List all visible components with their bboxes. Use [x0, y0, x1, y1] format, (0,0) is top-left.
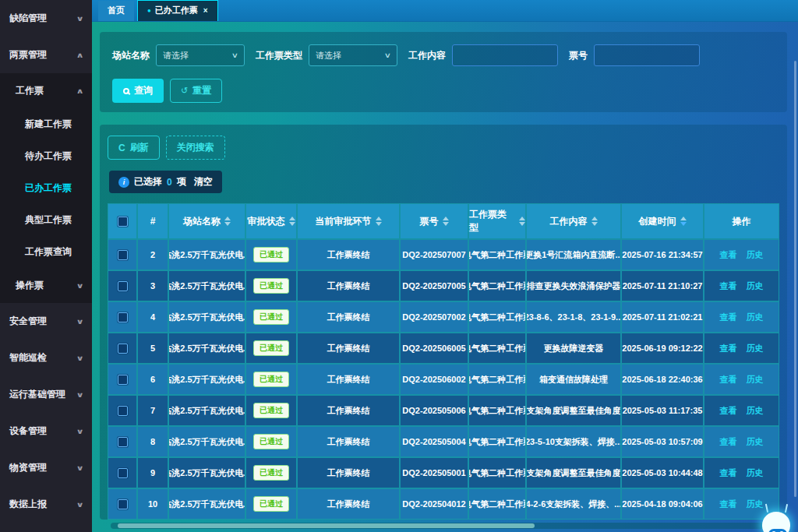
close-search-label: 关闭搜索 [177, 141, 214, 154]
view-link[interactable]: 查看 [720, 405, 737, 417]
sidebar-item-typical-work-ticket[interactable]: 典型工作票 [0, 204, 92, 236]
sidebar-item-operation-basic-management[interactable]: 运行基础管理∨ [0, 376, 92, 413]
view-link[interactable]: 查看 [720, 436, 737, 448]
column-header-type[interactable]: 工作票类型 [469, 204, 525, 238]
horizontal-scrollbar-thumb[interactable] [118, 523, 535, 528]
tab-home[interactable]: 首页 [98, 1, 134, 21]
status-badge: 已通过 [253, 496, 289, 512]
cell-step: 工作票终结 [298, 365, 399, 394]
ticket-type-select[interactable]: 请选择∨ [309, 44, 397, 66]
history-link[interactable]: 历史 [747, 467, 764, 479]
history-link[interactable]: 历史 [747, 343, 764, 354]
query-button[interactable]: 查询 [112, 79, 164, 103]
cell-actions: 查看历史 [704, 240, 779, 270]
refresh-icon: C [118, 143, 125, 153]
cell-index: 2 [138, 240, 168, 270]
history-link[interactable]: 历史 [747, 312, 764, 323]
column-header-index: # [138, 204, 168, 238]
cell-step: 工作票终结 [298, 333, 399, 363]
reset-button[interactable]: ↺ 重置 [170, 79, 222, 103]
column-header-ticket_no[interactable]: 票号 [401, 204, 468, 238]
column-header-label: 操作 [733, 215, 751, 228]
field-label: 票号 [569, 49, 588, 62]
query-button-label: 查询 [134, 84, 153, 97]
sidebar-item-work-ticket[interactable]: 工作票∧ [0, 73, 92, 108]
history-link[interactable]: 历史 [747, 249, 764, 261]
sidebar-item-data-report[interactable]: 数据上报∨ [0, 486, 92, 523]
cell-step: 工作票终结 [298, 458, 399, 488]
sidebar-item-done-work-ticket[interactable]: 已办工作票 [0, 172, 92, 204]
row-checkbox[interactable] [118, 375, 128, 385]
cell-station: 临洮2.5万千瓦光伏电... [169, 396, 245, 425]
select-placeholder: 请选择 [163, 50, 189, 62]
clear-selection-link[interactable]: 清空 [194, 175, 213, 188]
sidebar-item-equipment-management[interactable]: 设备管理∨ [0, 413, 92, 449]
row-checkbox[interactable] [118, 250, 128, 260]
column-header-step[interactable]: 当前审批环节 [298, 204, 399, 238]
row-checkbox[interactable] [118, 281, 128, 291]
sidebar-item-label: 新建工作票 [25, 118, 72, 131]
status-badge: 已通过 [253, 340, 289, 356]
sidebar-item-label: 智能巡检 [9, 351, 47, 365]
cell-content: 23-5-10支架拆装、焊接... [527, 427, 620, 456]
sidebar-item-smart-inspection[interactable]: 智能巡检∨ [0, 340, 92, 376]
sidebar-item-pending-work-ticket[interactable]: 待办工作票 [0, 140, 92, 172]
station-name-select[interactable]: 请选择∨ [156, 44, 245, 66]
cell-station: 临洮2.5万千瓦光伏电... [169, 365, 245, 394]
selection-bar: i 已选择 0 项 清空 [109, 171, 222, 193]
status-badge: 已通过 [253, 278, 289, 294]
ai-assistant-robot-icon[interactable] [761, 504, 792, 532]
sort-carets-icon [289, 217, 295, 226]
column-header-created[interactable]: 创建时间 [622, 204, 703, 238]
row-checkbox[interactable] [118, 344, 128, 354]
view-link[interactable]: 查看 [720, 499, 737, 510]
tab-close-icon[interactable]: × [203, 6, 208, 15]
cell-type: 电气第二种工作票 [469, 240, 525, 270]
chevron-down-icon: ∨ [76, 318, 83, 326]
row-checkbox[interactable] [118, 499, 128, 509]
cell-status: 已通过 [246, 333, 296, 363]
refresh-button[interactable]: C 刷新 [108, 136, 160, 160]
row-checkbox[interactable] [118, 437, 128, 447]
ticket-no-input[interactable] [594, 44, 700, 66]
cell-type: 电气第二种工作票 [469, 396, 525, 425]
table-body: 2临洮2.5万千瓦光伏电...已通过工作票终结DQ2-202507007电气第二… [108, 240, 779, 519]
view-link[interactable]: 查看 [720, 467, 737, 479]
column-header-station[interactable]: 场站名称 [169, 204, 245, 238]
history-link[interactable]: 历史 [747, 436, 764, 448]
cell-content: 4-2-6支架拆装、焊接、... [527, 489, 620, 519]
view-link[interactable]: 查看 [720, 312, 737, 323]
view-link[interactable]: 查看 [720, 343, 737, 354]
close-search-button[interactable]: 关闭搜索 [166, 136, 225, 160]
cell-checkbox [108, 458, 136, 488]
vertical-scrollbar[interactable] [794, 61, 796, 497]
sidebar-item-safety-management[interactable]: 安全管理∨ [0, 303, 92, 340]
work-content-input[interactable] [452, 44, 558, 66]
field-label: 工作票类型 [256, 49, 302, 62]
sidebar-item-work-ticket-query[interactable]: 工作票查询 [0, 236, 92, 268]
cell-status: 已通过 [246, 365, 296, 394]
select-all-checkbox[interactable] [118, 217, 128, 227]
sidebar-item-two-ticket-management[interactable]: 两票管理∧ [0, 37, 92, 73]
sidebar-item-operation-ticket[interactable]: 操作票∨ [0, 268, 92, 303]
status-badge: 已通过 [253, 465, 289, 481]
row-checkbox[interactable] [118, 406, 128, 416]
sidebar-item-label: 待办工作票 [25, 150, 72, 163]
view-link[interactable]: 查看 [720, 280, 737, 292]
history-link[interactable]: 历史 [747, 280, 764, 292]
cell-step: 工作票终结 [298, 302, 399, 332]
view-link[interactable]: 查看 [720, 249, 737, 261]
history-link[interactable]: 历史 [747, 374, 764, 386]
cell-ticket-no: DQ2-202504012 [401, 489, 468, 519]
sidebar-item-defect-management[interactable]: 缺陷管理∨ [0, 0, 92, 37]
column-header-content[interactable]: 工作内容 [527, 204, 620, 238]
horizontal-scrollbar[interactable] [111, 523, 784, 529]
sidebar-item-material-management[interactable]: 物资管理∨ [0, 449, 92, 486]
history-link[interactable]: 历史 [747, 405, 764, 417]
row-checkbox[interactable] [118, 468, 128, 478]
sidebar-item-new-work-ticket[interactable]: 新建工作票 [0, 108, 92, 140]
tab-done-work-ticket[interactable]: ●已办工作票× [137, 0, 218, 21]
column-header-status[interactable]: 审批状态 [246, 204, 296, 238]
view-link[interactable]: 查看 [720, 374, 737, 386]
row-checkbox[interactable] [118, 312, 128, 322]
